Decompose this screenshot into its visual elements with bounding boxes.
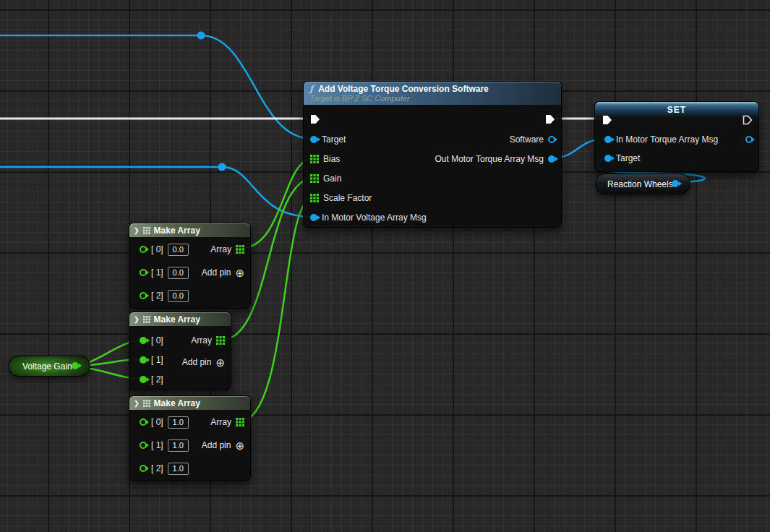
node-voltage-gain-getter[interactable]: Voltage Gain bbox=[9, 356, 90, 377]
reroute-node-voltage-msg[interactable] bbox=[218, 163, 226, 171]
node-reaction-wheels-getter[interactable]: Reaction Wheels bbox=[595, 173, 690, 194]
set-pin-in-motor-torque-array-msg[interactable] bbox=[604, 136, 612, 143]
make-array-header[interactable]: ❯Make Array bbox=[129, 312, 231, 326]
pin-array-out[interactable] bbox=[216, 336, 225, 345]
pin-software-out[interactable] bbox=[548, 136, 555, 143]
add-pin-icon: ⊕ bbox=[235, 440, 244, 451]
make-array-icon: ❯ bbox=[134, 400, 140, 407]
set-pin-value-out[interactable] bbox=[745, 136, 753, 143]
value-field-0[interactable]: 0.0 bbox=[168, 244, 189, 256]
make-array-header[interactable]: ❯Make Array bbox=[129, 223, 250, 237]
exec-in-pin[interactable] bbox=[310, 114, 320, 124]
array-grid-icon bbox=[143, 227, 150, 234]
exec-out-pin[interactable] bbox=[545, 114, 555, 124]
set-exec-out-pin[interactable] bbox=[743, 115, 753, 125]
pin-element-2[interactable] bbox=[140, 465, 147, 472]
node-make-array-bias[interactable]: ❯Make Array [ 0]0.0 [ 1]0.0 [ 2]0.0 Arra… bbox=[129, 223, 251, 309]
make-array-header[interactable]: ❯Make Array bbox=[129, 396, 250, 410]
wire-layer bbox=[0, 0, 770, 532]
value-field-2[interactable]: 1.0 bbox=[168, 463, 189, 475]
voltage-gain-out-pin[interactable] bbox=[72, 362, 79, 369]
add-pin-icon: ⊕ bbox=[235, 267, 244, 278]
node-subtitle: Target is BP Z SC Computer bbox=[309, 94, 555, 103]
pin-element-2[interactable] bbox=[140, 376, 147, 383]
make-array-icon: ❯ bbox=[134, 227, 140, 234]
reaction-wheels-out-pin[interactable] bbox=[672, 180, 679, 187]
pin-element-0[interactable] bbox=[140, 419, 147, 426]
reaction-wheels-label: Reaction Wheels bbox=[607, 179, 673, 189]
pin-element-0[interactable] bbox=[140, 246, 147, 253]
add-pin-button[interactable]: ⊕Add pin bbox=[202, 265, 244, 280]
pin-bias[interactable] bbox=[310, 155, 319, 163]
pin-element-2[interactable] bbox=[140, 292, 147, 299]
wire-voltage-msg-in bbox=[0, 167, 312, 217]
pin-scale-factor[interactable] bbox=[310, 194, 319, 202]
value-field-0[interactable]: 1.0 bbox=[168, 416, 189, 429]
node-add-voltage-torque-conversion-software[interactable]: ƒAdd Voltage Torque Conversion Software … bbox=[303, 81, 562, 228]
pin-array-out[interactable] bbox=[236, 418, 244, 426]
pin-element-1[interactable] bbox=[140, 269, 147, 276]
pin-target[interactable] bbox=[310, 136, 317, 143]
voltage-gain-label: Voltage Gain bbox=[22, 361, 72, 372]
add-pin-icon: ⊕ bbox=[215, 357, 225, 368]
set-exec-in-pin[interactable] bbox=[602, 115, 612, 125]
pin-gain[interactable] bbox=[310, 174, 319, 183]
wire-target-in bbox=[0, 35, 312, 139]
make-array-icon: ❯ bbox=[134, 316, 140, 323]
node-make-array-scale-factor[interactable]: ❯Make Array [ 0]1.0 [ 1]1.0 [ 2]1.0 Arra… bbox=[129, 395, 251, 481]
node-title: Add Voltage Torque Conversion Software bbox=[318, 84, 489, 94]
pin-array-out[interactable] bbox=[236, 245, 244, 254]
array-grid-icon bbox=[143, 316, 150, 323]
function-icon: ƒ bbox=[309, 84, 313, 94]
value-field-1[interactable]: 1.0 bbox=[168, 439, 189, 452]
node-title: Make Array bbox=[154, 398, 200, 408]
node-set-in-motor-torque-array-msg[interactable]: SET In Motor Torque Array Msg Target bbox=[594, 101, 759, 172]
pin-out-motor-torque-array-msg[interactable] bbox=[548, 155, 555, 163]
set-pin-target[interactable] bbox=[604, 155, 612, 162]
node-title: Make Array bbox=[154, 314, 200, 325]
pin-element-0[interactable] bbox=[140, 337, 147, 344]
pin-element-1[interactable] bbox=[140, 442, 147, 449]
value-field-1[interactable]: 0.0 bbox=[168, 267, 189, 279]
add-pin-button[interactable]: ⊕Add pin bbox=[182, 355, 225, 369]
reroute-node-target[interactable] bbox=[197, 32, 205, 40]
value-field-2[interactable]: 0.0 bbox=[168, 290, 189, 302]
pin-in-motor-voltage-array-msg[interactable] bbox=[310, 214, 317, 221]
add-pin-button[interactable]: ⊕Add pin bbox=[202, 438, 244, 452]
function-node-header[interactable]: ƒAdd Voltage Torque Conversion Software … bbox=[304, 82, 561, 105]
node-title: Make Array bbox=[154, 226, 200, 236]
blueprint-canvas[interactable]: ƒAdd Voltage Torque Conversion Software … bbox=[0, 0, 770, 532]
set-node-title: SET bbox=[595, 105, 758, 115]
node-make-array-gain[interactable]: ❯Make Array [ 0] [ 1] [ 2] Array ⊕Add pi… bbox=[129, 312, 231, 390]
array-grid-icon bbox=[143, 400, 150, 407]
pin-element-1[interactable] bbox=[140, 356, 147, 364]
